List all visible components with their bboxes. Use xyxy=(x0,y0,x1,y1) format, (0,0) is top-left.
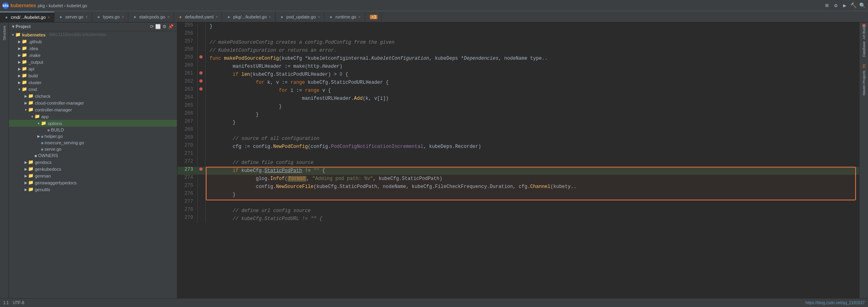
tab-close-button[interactable]: × xyxy=(269,15,271,19)
tree-item-genutils[interactable]: ▶ 📁 genutils xyxy=(9,186,177,193)
maven-projects-panel[interactable]: Maven Projects xyxy=(860,79,868,87)
tree-item-api[interactable]: ▶ 📁 api xyxy=(9,65,177,72)
tree-item-make[interactable]: ▶ 📁 .make xyxy=(9,52,177,59)
tree-item-idea[interactable]: ▶ 📁 .idea xyxy=(9,45,177,52)
tab-close-button[interactable]: × xyxy=(358,15,361,19)
search-icon[interactable]: 🔍 xyxy=(859,2,866,9)
pin-icon[interactable]: 📌 xyxy=(168,24,174,29)
code-row-265: 265 } xyxy=(177,103,859,111)
app-title: kubernetes xyxy=(10,3,36,8)
tree-item-controller-manager[interactable]: ▾ 📁 controller-manager xyxy=(9,106,177,113)
code-row-279: 279 // kubeCfg.StaticPodURL != "" { xyxy=(177,215,859,223)
top-bar: k8s kubernetes pkg › kubelet › kubelet.g… xyxy=(0,0,868,11)
tree-item-genkubedocs[interactable]: ▶ 📁 genkubedocs xyxy=(9,166,177,172)
tree-item-genman[interactable]: ▶ 📁 genman xyxy=(9,172,177,179)
code-row-257: 257 // makePodSourceConfig creates a con… xyxy=(177,38,859,46)
tree-item-build[interactable]: ▶ 📁 build xyxy=(9,72,177,79)
tab-kubelet-go-cmd[interactable]: ● cmd/.../kubelet.go × xyxy=(0,12,55,22)
tabs-bar: ● cmd/.../kubelet.go × ● server.go × ● t… xyxy=(0,11,868,22)
structure-icon[interactable]: Structure xyxy=(0,24,8,42)
tab-staticpods-go[interactable]: ● staticpods.go × xyxy=(128,12,174,22)
code-row-258: 258 // KubeletConfiguration or returns a… xyxy=(177,46,859,55)
tree-item-gendocs[interactable]: ▶ 📁 gendocs xyxy=(9,159,177,166)
settings-icon[interactable]: ⚙ xyxy=(833,2,839,9)
code-table: 255 } 256 257 // makePodSourceConfig cre… xyxy=(177,22,859,223)
code-row-278: 278 // define url config source xyxy=(177,207,859,215)
grid-icon[interactable]: ⊞ xyxy=(824,2,830,9)
code-row-255: 255 } xyxy=(177,22,859,30)
yaml-file-icon: ● xyxy=(178,14,183,19)
code-row-272: 272 // define file config source xyxy=(177,159,859,167)
sidebar-header-icons: ⟳ ⬜ ⚙ 📌 xyxy=(150,24,174,29)
app-logo: k8s kubernetes xyxy=(2,2,36,9)
code-row-266: 266 } xyxy=(177,111,859,119)
code-editor[interactable]: 255 } 256 257 // makePodSourceConfig cre… xyxy=(177,22,859,298)
code-row-263: 263 for i := range v { xyxy=(177,87,859,95)
status-bar: 1:1 UTF-8 https://blog.csdn.net/qq_21816… xyxy=(0,298,868,307)
tab-pod-update-go[interactable]: ● pod_update.go × xyxy=(276,12,324,22)
line-gutter xyxy=(197,22,205,30)
toolbar-icons: ⊞ ⚙ ▶ 🔨 🔍 xyxy=(824,2,866,9)
tree-item-app[interactable]: ▾ 📁 app xyxy=(9,113,177,120)
tab-types-go[interactable]: ● types.go × xyxy=(92,12,128,22)
m-panel[interactable]: m xyxy=(860,63,868,70)
go-file-icon: ● xyxy=(132,14,137,19)
tree-item-helper-go[interactable]: ▶ ■ helper.go xyxy=(9,133,177,139)
tab-close-button[interactable]: × xyxy=(215,15,218,19)
go-file-icon: ● xyxy=(329,14,333,19)
code-row-270: 270 cfg := config.NewPodConfig(config.Po… xyxy=(177,143,859,151)
encoding-info: UTF-8 xyxy=(13,301,24,305)
sidebar-header: ▾ Project ⟳ ⬜ ⚙ 📌 xyxy=(9,22,177,31)
tab-more[interactable]: +3 xyxy=(365,12,382,22)
tree-item-serve-go[interactable]: ▶ ■ serve.go xyxy=(9,146,177,152)
code-content: } xyxy=(205,22,859,30)
code-row-262: 262 for k, v := range kubeCfg.StaticPodU… xyxy=(177,79,859,87)
sync-icon[interactable]: ⟳ xyxy=(150,24,154,29)
code-row-267: 267 } xyxy=(177,119,859,127)
project-label: ▾ Project xyxy=(12,24,30,29)
kubernetes-icon: k8s xyxy=(2,2,9,9)
tree-item-output[interactable]: ▶ 📁 _output xyxy=(9,59,177,65)
go-file-icon: ● xyxy=(96,14,101,19)
tree-item-cmd[interactable]: ▾ 📁 cmd xyxy=(9,86,177,93)
code-row-269: 269 // source of all configuration xyxy=(177,135,859,143)
code-row-277: 277 xyxy=(177,199,859,207)
tree-item-clicheck[interactable]: ▶ 📁 clicheck xyxy=(9,93,177,99)
code-row-271: 271 xyxy=(177,151,859,159)
code-row-259: 259 func makePodSourceConfig(kubeCfg *ku… xyxy=(177,55,859,63)
tree-item-BUILD[interactable]: ▶ ■ BUILD xyxy=(9,127,177,133)
database-panel[interactable]: Database xyxy=(860,46,868,53)
code-row-275: 275 config.NewSourceFile(kubeCfg.StaticP… xyxy=(177,183,859,191)
go-file-icon: ● xyxy=(59,14,63,19)
left-panel: Structure xyxy=(0,22,9,298)
tree-item-github[interactable]: ▶ 📁 .github xyxy=(9,38,177,45)
tab-server-go[interactable]: ● server.go × xyxy=(55,12,92,22)
tab-close-button[interactable]: × xyxy=(85,15,88,19)
tree-item-cloud-controller[interactable]: ▶ 📁 cloud-controller-manager xyxy=(9,99,177,106)
art-build-panel[interactable]: Art Build xyxy=(860,29,868,36)
run-icon[interactable]: 🔨 xyxy=(850,2,857,9)
tree-item-kubernetes[interactable]: ▾ 📁 kubernetes ~/k8s-1110/src/k8s.io/kub… xyxy=(9,31,177,38)
tree-item-genswagger[interactable]: ▶ 📁 genswaggertypedocs xyxy=(9,179,177,186)
tree-item-insecure-serving[interactable]: ▶ ■ insecure_serving.go xyxy=(9,139,177,146)
tree-item-OWNERS[interactable]: ▶ ■ OWNERS xyxy=(9,152,177,159)
tab-close-button[interactable]: × xyxy=(318,15,320,19)
code-row-264: 264 manifestURLHeader.Add(k, v[i]) xyxy=(177,95,859,103)
tab-kubelet-go-pkg[interactable]: ● pkg/.../kubelet.go × xyxy=(222,12,276,22)
tab-close-button[interactable]: × xyxy=(122,15,124,19)
tab-runtime-go[interactable]: ● runtime.go × xyxy=(324,12,365,22)
settings-icon[interactable]: ⚙ xyxy=(162,24,166,29)
tree-item-options[interactable]: ▾ 📁 options xyxy=(9,120,177,127)
collapse-icon[interactable]: ⬜ xyxy=(155,24,161,29)
tab-defaulted-yaml[interactable]: ● defaulted.yaml × xyxy=(174,12,222,22)
right-panel: Art Build Database m Maven Projects xyxy=(859,22,868,298)
tree-item-cluster[interactable]: ▶ 📁 cluster xyxy=(9,79,177,86)
build-icon[interactable]: ▶ xyxy=(842,2,848,9)
code-row-276: 276 } xyxy=(177,191,859,199)
code-row-268: 268 xyxy=(177,127,859,135)
status-url: https://blog.csdn.net/qq_2181637 xyxy=(805,301,865,305)
tab-close-button[interactable]: × xyxy=(167,15,170,19)
code-row-261: 261 if len(kubeCfg.StaticPodURLHeader) >… xyxy=(177,71,859,79)
code-row-260: 260 manifestURLHeader := make(http.Heade… xyxy=(177,63,859,71)
tab-close-button[interactable]: × xyxy=(48,15,50,20)
